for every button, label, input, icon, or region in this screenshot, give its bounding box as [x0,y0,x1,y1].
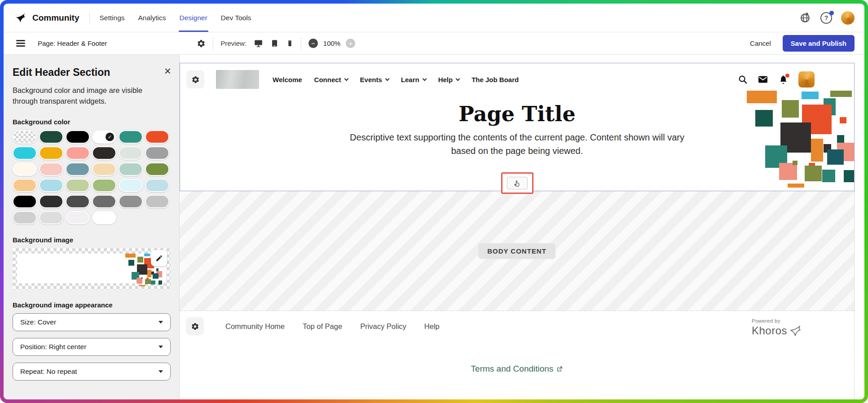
site-nav-job-board[interactable]: The Job Board [471,76,519,83]
chevron-down-icon [385,76,389,81]
designer-toolbar: Page: Header & Footer Preview: − 100% + … [4,32,864,55]
zoom-in-icon[interactable]: + [346,39,355,48]
color-swatch[interactable] [145,195,169,208]
footer-link-community-home[interactable]: Community Home [225,322,285,331]
edit-background-image-button[interactable] [151,250,167,266]
color-swatch[interactable] [13,179,37,192]
color-swatch[interactable] [92,211,116,224]
color-swatch[interactable] [66,179,90,192]
site-header-icons [738,71,815,88]
widget-button[interactable] [507,177,528,189]
menu-icon[interactable] [16,39,25,48]
close-panel-icon[interactable]: × [164,66,171,75]
color-swatch[interactable] [39,162,63,176]
divider [301,37,301,50]
footer-section[interactable]: Community Home Top of Page Privacy Polic… [180,311,855,399]
size-select-value: Size: Cover [20,318,56,326]
color-swatch[interactable] [39,195,63,208]
language-globe-icon[interactable] [800,12,811,24]
color-swatch[interactable] [145,179,169,192]
preview-phone-icon[interactable] [286,39,294,47]
khoros-logo-icon [14,12,26,24]
site-nav-learn[interactable]: Learn [401,76,426,83]
footer-link-privacy-policy[interactable]: Privacy Policy [360,322,406,331]
brand: Community [14,4,79,32]
color-swatch[interactable] [92,146,116,160]
color-swatch[interactable] [145,162,169,176]
color-swatch[interactable] [119,162,143,176]
screen-frame: Community Settings Analytics Designer De… [0,0,868,403]
save-and-publish-button[interactable]: Save and Publish [783,35,855,52]
repeat-select[interactable]: Repeat: No repeat [13,363,171,381]
color-swatch[interactable] [66,162,90,176]
footer-link-help[interactable]: Help [424,322,440,331]
repeat-select-value: Repeat: No repeat [20,368,77,376]
main-tabs: Settings Analytics Designer Dev Tools [100,4,251,32]
background-image-preview[interactable] [13,248,171,289]
zoom-out-icon[interactable]: − [308,39,318,48]
color-swatch[interactable] [119,179,143,192]
page-settings-gear-icon[interactable] [197,39,206,48]
notifications-bell-icon[interactable] [778,74,789,85]
site-nav-connect[interactable]: Connect [314,76,348,83]
messages-icon[interactable] [758,74,768,85]
site-nav-events[interactable]: Events [360,76,389,83]
page-description: Descriptive text supporting the contents… [344,131,690,158]
help-icon[interactable]: ? [820,12,832,24]
color-swatch[interactable] [13,146,37,160]
selected-widget[interactable] [501,172,533,194]
background-color-swatches: ✓ [13,130,171,224]
preview-desktop-icon[interactable] [254,39,263,48]
color-swatch[interactable] [66,211,90,224]
position-select[interactable]: Position: Right center [13,338,171,356]
color-swatch[interactable] [119,130,143,144]
swatch-transparent[interactable] [13,130,37,144]
tab-analytics[interactable]: Analytics [138,4,166,32]
color-swatch[interactable] [92,179,116,192]
color-swatch[interactable] [145,146,169,160]
color-swatch[interactable]: ✓ [92,130,116,144]
preview-tablet-icon[interactable] [270,39,279,48]
terms-and-conditions-link[interactable]: Terms and Conditions [471,364,563,374]
chevron-down-icon [344,76,348,81]
site-nav-welcome[interactable]: Welcome [273,76,302,83]
hero-section: Page Title Descriptive text supporting t… [180,102,854,197]
site-nav-help[interactable]: Help [438,76,460,83]
color-swatch[interactable] [39,211,63,224]
tab-designer[interactable]: Designer [180,4,207,32]
chevron-down-icon [456,76,460,81]
color-swatch[interactable] [92,195,116,208]
color-swatch[interactable] [119,146,143,160]
color-swatch[interactable] [13,195,37,208]
user-avatar[interactable] [841,11,855,25]
search-icon[interactable] [738,74,748,84]
site-user-avatar[interactable] [798,71,815,88]
color-swatch[interactable] [39,179,63,192]
panel-title: Edit Header Section [13,66,110,79]
color-swatch[interactable] [13,211,37,224]
body-content-area[interactable]: BODY CONTENT [180,191,855,311]
site-nav-links: Welcome Connect Events Learn Help The Jo… [273,76,519,83]
chevron-down-icon [159,370,163,373]
brand-name: Community [32,13,79,23]
footer-settings-gear-icon[interactable] [186,317,204,335]
color-swatch[interactable] [39,146,63,160]
header-settings-gear-icon[interactable] [186,70,204,88]
color-swatch[interactable] [92,162,116,176]
color-swatch[interactable] [13,162,37,176]
footer-link-top-of-page[interactable]: Top of Page [303,322,342,331]
cancel-button[interactable]: Cancel [750,39,771,47]
tab-settings[interactable]: Settings [100,4,125,32]
color-swatch[interactable] [145,130,169,144]
color-swatch[interactable] [66,130,90,144]
color-swatch[interactable] [39,130,63,144]
chevron-down-icon [422,76,427,81]
mosaic-square [159,280,162,285]
color-swatch[interactable] [66,146,90,160]
mosaic-square [139,285,145,286]
color-swatch[interactable] [66,195,90,208]
header-section[interactable]: Welcome Connect Events Learn Help The Jo… [180,63,855,191]
color-swatch[interactable] [119,195,143,208]
tab-dev-tools[interactable]: Dev Tools [221,4,251,32]
size-select[interactable]: Size: Cover [13,313,171,331]
